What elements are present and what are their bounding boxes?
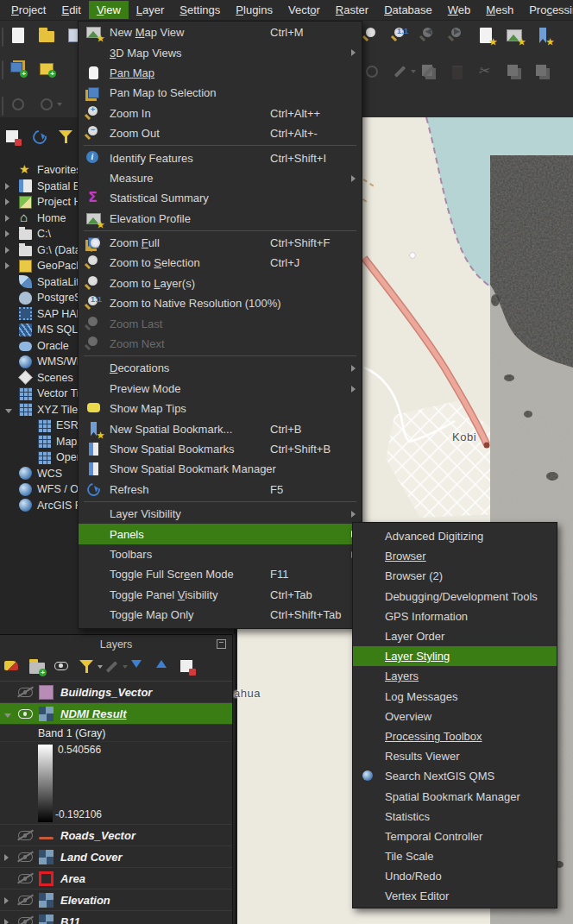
panels-menu-item-statistics[interactable]: Statistics <box>353 807 557 827</box>
panels-menu-item-results-viewer[interactable]: Results Viewer <box>353 746 557 766</box>
layer-row-buildings-vector[interactable]: Buildings_Vector <box>0 682 232 703</box>
view-menu-item-measure[interactable]: Measure <box>79 168 362 188</box>
view-menu-item-zoom-full[interactable]: Zoom FullCtrl+Shift+F <box>79 233 362 253</box>
refresh-icon[interactable] <box>30 128 49 147</box>
delete-selected-icon[interactable] <box>448 62 467 81</box>
view-menu-item-pan-map[interactable]: Pan Map <box>79 63 362 83</box>
menubar-item-mesh[interactable]: Mesh <box>478 1 521 19</box>
visibility-toggle[interactable] <box>16 868 39 889</box>
vertex-tool-icon[interactable] <box>362 62 381 81</box>
add-selected-layers-icon[interactable] <box>3 128 22 147</box>
visibility-toggle[interactable] <box>16 889 39 910</box>
panels-menu-item-advanced-digitizing[interactable]: Advanced Digitizing <box>353 526 557 546</box>
panels-menu-item-layer-order[interactable]: Layer Order <box>353 626 557 646</box>
view-menu-item-toggle-map-only[interactable]: Toggle Map OnlyCtrl+Shift+Tab <box>79 605 362 625</box>
menubar-item-edit[interactable]: Edit <box>54 1 88 19</box>
expander-icon[interactable] <box>5 260 16 272</box>
cut-features-icon[interactable] <box>476 62 495 81</box>
view-menu-item-identify-features[interactable]: iIdentify FeaturesCtrl+Shift+I <box>79 148 362 167</box>
view-menu-item-preview-mode[interactable]: Preview Mode <box>79 379 362 399</box>
layer-row-b11[interactable]: B11 <box>0 911 232 924</box>
view-menu-item-decorations[interactable]: Decorations <box>79 358 362 378</box>
menubar-item-plugins[interactable]: Plugins <box>228 1 280 19</box>
view-menu-item-zoom-to-layer-s[interactable]: Zoom to Layer(s) <box>79 273 362 293</box>
view-menu-item-toolbars[interactable]: Toolbars <box>79 544 362 564</box>
expander-icon[interactable] <box>4 707 16 720</box>
expander-icon[interactable] <box>5 404 16 416</box>
view-menu-item-zoom-in[interactable]: +Zoom InCtrl+Alt++ <box>79 104 362 123</box>
add-layer-icon[interactable]: + <box>9 59 28 78</box>
panels-menu-item-vertex-editor[interactable]: Vertex Editor <box>353 886 557 906</box>
view-menu-item-layer-visibility[interactable]: Layer Visibility <box>79 504 362 524</box>
view-menu-item-zoom-to-selection[interactable]: Zoom to SelectionCtrl+J <box>79 253 362 273</box>
panels-menu-item-browser[interactable]: Browser <box>353 546 557 566</box>
panels-menu-item-overview[interactable]: Overview <box>353 707 557 726</box>
menubar-item-processing[interactable]: Processing <box>521 1 573 19</box>
layer-row-land-cover[interactable]: Land Cover <box>0 846 232 868</box>
view-menu-item-elevation-profile[interactable]: ★Elevation Profile <box>79 209 362 229</box>
new-project-icon[interactable] <box>9 26 28 45</box>
menubar-item-layer[interactable]: Layer <box>129 1 173 19</box>
view-menu-item-new-spatial-bookmark[interactable]: ★New Spatial Bookmark...Ctrl+B <box>79 418 362 438</box>
open-project-icon[interactable] <box>37 26 56 45</box>
panels-menu-item-gps-information[interactable]: GPS Information <box>353 607 557 626</box>
menubar-item-raster[interactable]: Raster <box>328 1 376 19</box>
view-menu-item-new-map-view[interactable]: ★New Map ViewCtrl+M <box>79 22 362 42</box>
panels-menu-item-search-nextgis-qms[interactable]: Search NextGIS QMS <box>353 766 557 786</box>
copy-features-icon[interactable] <box>505 62 524 81</box>
panels-menu-item-temporal-controller[interactable]: Temporal Controller <box>353 827 557 846</box>
panels-menu-item-tile-scale[interactable]: Tile Scale <box>353 846 557 866</box>
new-print-layout-icon[interactable]: ★ <box>476 26 495 45</box>
visibility-toggle[interactable] <box>16 682 39 702</box>
visibility-toggle[interactable] <box>16 846 39 867</box>
layer-row-elevation[interactable]: Elevation <box>0 889 232 911</box>
layer-row-roads-vector[interactable]: Roads_Vector <box>0 825 232 846</box>
add-group-icon[interactable]: + <box>28 657 47 676</box>
annotation-polyline-icon[interactable] <box>9 95 28 114</box>
expander-icon[interactable] <box>5 228 16 240</box>
collapse-all-icon[interactable] <box>153 657 172 676</box>
layer-row-area[interactable]: Area <box>0 868 232 889</box>
remove-layer-icon[interactable] <box>178 657 197 676</box>
filter-legend-icon[interactable] <box>78 657 97 676</box>
view-menu-item-pan-map-to-selection[interactable]: Pan Map to Selection <box>79 83 362 103</box>
filter-browser-icon[interactable] <box>57 128 76 147</box>
panels-menu-item-undo-redo[interactable]: Undo/Redo <box>353 866 557 886</box>
view-menu-item-refresh[interactable]: RefreshF5 <box>79 480 362 500</box>
new-bookmark-icon[interactable]: ★ <box>533 26 552 45</box>
view-menu-item-show-spatial-bookmarks[interactable]: Show Spatial BookmarksCtrl+Shift+B <box>79 439 362 459</box>
panels-menu-item-log-messages[interactable]: Log Messages <box>353 687 557 707</box>
panels-menu-item-browser-2[interactable]: Browser (2) <box>353 566 557 586</box>
view-menu-item-zoom-to-native-resolution-100[interactable]: 1:1Zoom to Native Resolution (100%) <box>79 293 362 313</box>
view-menu-item-panels[interactable]: Panels <box>79 524 362 544</box>
view-menu-item-show-map-tips[interactable]: Show Map Tips <box>79 399 362 418</box>
view-menu-item-show-spatial-bookmark-manager[interactable]: Show Spatial Bookmark Manager <box>79 459 362 479</box>
edit-icon[interactable] <box>103 657 122 676</box>
visibility-toggle[interactable] <box>16 825 39 845</box>
view-menu-item-zoom-out[interactable]: −Zoom OutCtrl+Alt+- <box>79 123 362 143</box>
visibility-toggle[interactable] <box>16 911 39 924</box>
panels-menu-item-processing-toolbox[interactable]: Processing Toolbox <box>353 726 557 746</box>
menubar-item-project[interactable]: Project <box>3 1 54 19</box>
map-themes-icon[interactable] <box>53 657 72 676</box>
styling-panel-icon[interactable] <box>3 657 22 676</box>
modify-attributes-icon[interactable] <box>419 62 438 81</box>
zoom-last-icon[interactable]: ◀ <box>419 26 438 45</box>
close-panel-icon[interactable] <box>217 639 226 649</box>
panels-menu-item-spatial-bookmark-manager[interactable]: Spatial Bookmark Manager <box>353 786 557 806</box>
panels-menu-item-layer-styling[interactable]: Layer Styling <box>353 646 557 666</box>
expand-all-icon[interactable] <box>128 657 147 676</box>
panels-menu-item-debugging-development-tools[interactable]: Debugging/Development Tools <box>353 587 557 607</box>
menubar-item-settings[interactable]: Settings <box>172 1 228 19</box>
zoom-native-icon[interactable]: 1:1 <box>391 26 410 45</box>
expander-icon[interactable] <box>4 851 16 864</box>
menubar-item-web[interactable]: Web <box>440 1 479 19</box>
new-geopackage-icon[interactable]: + <box>37 59 56 78</box>
view-menu-item-statistical-summary[interactable]: Statistical Summary <box>79 188 362 208</box>
expander-icon[interactable] <box>4 894 16 907</box>
view-menu-item-3d-map-views[interactable]: 3D Map Views <box>79 42 362 62</box>
menubar-item-view[interactable]: View <box>89 1 129 19</box>
expander-icon[interactable] <box>5 196 16 208</box>
digitize-icon[interactable] <box>391 62 410 81</box>
panels-menu-item-layers[interactable]: Layers <box>353 666 557 686</box>
